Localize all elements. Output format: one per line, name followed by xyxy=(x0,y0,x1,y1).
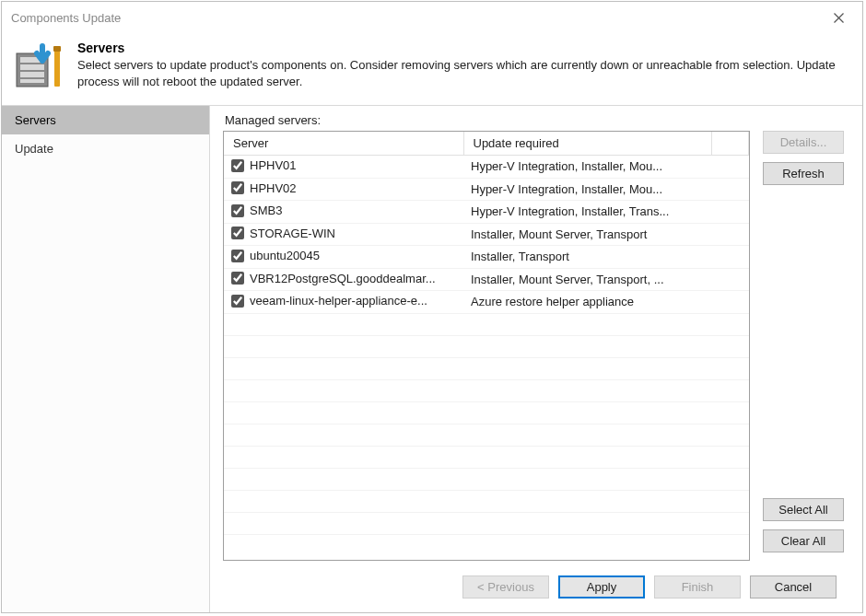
table-row[interactable]: HPHV01Hyper-V Integration, Installer, Mo… xyxy=(224,156,749,179)
server-name: ubuntu20045 xyxy=(250,249,320,262)
header: Servers Select servers to update product… xyxy=(2,33,862,105)
svg-rect-8 xyxy=(53,46,61,52)
update-required: Installer, Mount Server, Transport xyxy=(463,223,712,246)
table-row-empty xyxy=(224,446,749,468)
table-row-empty xyxy=(224,512,749,534)
update-required: Installer, Transport xyxy=(463,246,712,269)
title-bar: Components Update xyxy=(2,2,862,33)
table-row-empty xyxy=(224,401,749,424)
server-name: VBR12PostgreSQL.gooddealmar... xyxy=(250,272,436,285)
dialog-window: Components Update Servers Select serve xyxy=(1,1,863,613)
main-panel: Managed servers: Server Update required xyxy=(210,106,862,612)
servers-grid: Server Update required HPHV01Hyper-V Int… xyxy=(223,131,750,561)
clear-all-button[interactable]: Clear All xyxy=(763,529,844,552)
table-row[interactable]: SMB3Hyper-V Integration, Installer, Tran… xyxy=(224,201,749,224)
row-checkbox[interactable] xyxy=(231,295,244,308)
column-spacer xyxy=(712,132,749,156)
table-row[interactable]: VBR12PostgreSQL.gooddealmar...Installer,… xyxy=(224,268,749,291)
finish-button[interactable]: Finish xyxy=(654,575,741,599)
server-name: STORAGE-WIN xyxy=(250,227,335,240)
managed-servers-label: Managed servers: xyxy=(225,113,849,127)
servers-icon xyxy=(15,41,66,92)
table-row[interactable]: veeam-linux-helper-appliance-e...Azure r… xyxy=(224,291,749,314)
previous-button[interactable]: < Previous xyxy=(462,575,549,599)
svg-rect-6 xyxy=(20,79,44,83)
update-required: Azure restore helper appliance xyxy=(463,291,712,314)
page-description: Select servers to update product's compo… xyxy=(77,57,851,89)
row-checkbox[interactable] xyxy=(231,250,244,262)
page-title: Servers xyxy=(77,41,851,55)
table-row-empty xyxy=(224,468,749,490)
select-all-button[interactable]: Select All xyxy=(763,498,844,521)
sidebar-item-servers[interactable]: Servers xyxy=(2,106,209,134)
sidebar-item-label: Update xyxy=(15,142,53,156)
sidebar-item-update[interactable]: Update xyxy=(2,134,209,163)
sidebar-item-label: Servers xyxy=(15,113,56,127)
server-name: veeam-linux-helper-appliance-e... xyxy=(250,294,427,308)
update-required: Hyper-V Integration, Installer, Trans... xyxy=(463,201,712,224)
server-name: HPHV01 xyxy=(250,158,297,172)
table-header-row: Server Update required xyxy=(224,132,749,156)
row-checkbox[interactable] xyxy=(231,159,244,172)
close-button[interactable] xyxy=(820,5,857,30)
close-icon xyxy=(834,13,844,23)
table-row-empty xyxy=(224,335,749,357)
spacer xyxy=(763,193,849,498)
table-row[interactable]: ubuntu20045Installer, Transport xyxy=(224,246,749,269)
table-row-empty xyxy=(224,424,749,446)
side-buttons: Details... Refresh Select All Clear All xyxy=(763,131,849,561)
update-required: Installer, Mount Server, Transport, ... xyxy=(463,268,712,291)
column-update-required[interactable]: Update required xyxy=(463,132,712,156)
svg-rect-5 xyxy=(20,72,44,77)
row-checkbox[interactable] xyxy=(231,227,244,239)
cancel-button[interactable]: Cancel xyxy=(750,575,837,599)
svg-rect-4 xyxy=(20,64,44,70)
server-name: SMB3 xyxy=(250,203,282,217)
table-row-empty xyxy=(224,490,749,512)
refresh-button[interactable]: Refresh xyxy=(763,162,844,185)
footer: < Previous Apply Finish Cancel xyxy=(223,561,849,612)
row-checkbox[interactable] xyxy=(231,272,244,285)
window-title: Components Update xyxy=(11,11,820,25)
update-required: Hyper-V Integration, Installer, Mou... xyxy=(463,178,712,201)
grid-and-buttons: Server Update required HPHV01Hyper-V Int… xyxy=(223,131,849,561)
header-text: Servers Select servers to update product… xyxy=(77,41,851,92)
server-name: HPHV02 xyxy=(250,181,297,195)
svg-rect-7 xyxy=(54,50,60,87)
table-row[interactable]: STORAGE-WINInstaller, Mount Server, Tran… xyxy=(224,223,749,246)
details-button[interactable]: Details... xyxy=(763,131,844,154)
row-checkbox[interactable] xyxy=(231,204,244,217)
table-row-empty xyxy=(224,313,749,335)
body: ServersUpdate Managed servers: Server Up… xyxy=(2,105,862,612)
table-row[interactable]: HPHV02Hyper-V Integration, Installer, Mo… xyxy=(224,178,749,201)
column-server[interactable]: Server xyxy=(224,132,463,156)
sidebar: ServersUpdate xyxy=(2,106,210,612)
table-row-empty xyxy=(224,357,749,379)
row-checkbox[interactable] xyxy=(231,181,244,194)
update-required: Hyper-V Integration, Installer, Mou... xyxy=(463,156,712,179)
apply-button[interactable]: Apply xyxy=(558,575,645,599)
table-row-empty xyxy=(224,379,749,401)
